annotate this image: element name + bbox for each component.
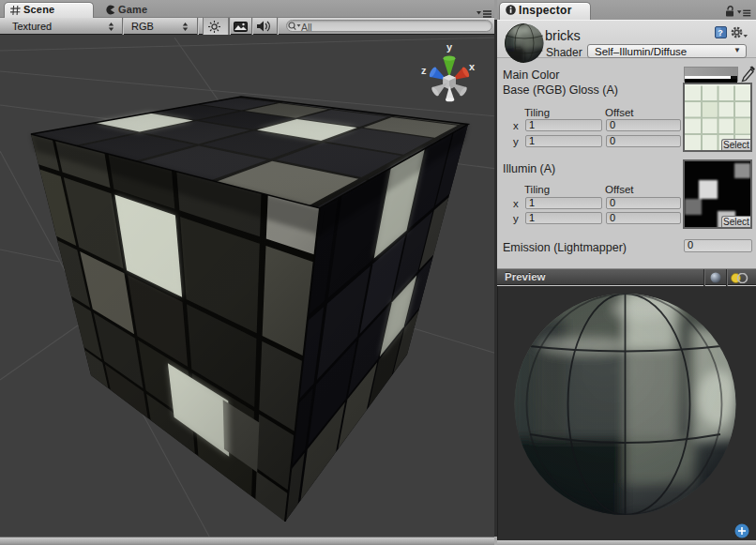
svg-text:?: ? bbox=[718, 28, 723, 38]
svg-text:x: x bbox=[469, 61, 476, 72]
svg-text:y: y bbox=[446, 41, 453, 53]
svg-text:z: z bbox=[421, 65, 427, 76]
